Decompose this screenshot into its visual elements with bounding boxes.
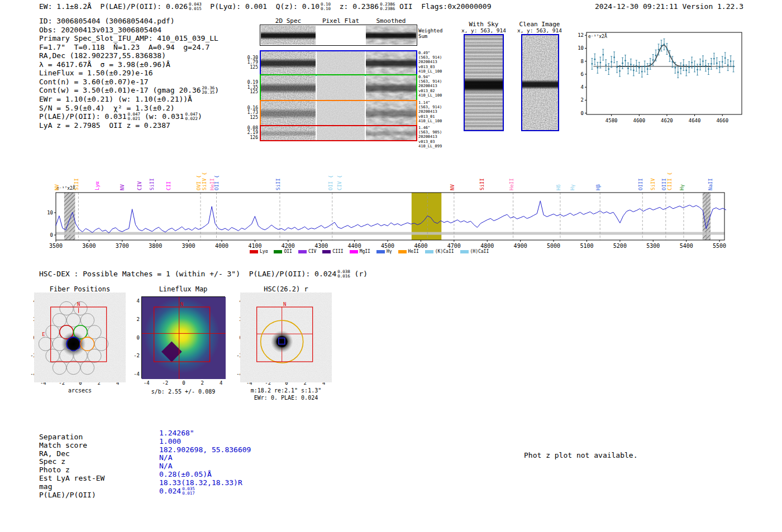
data-point — [677, 71, 679, 73]
info-line: P(LAE)/P(OII): 0.0310.0470.021 (w: 0.031… — [39, 112, 219, 121]
y-tick-label: 8 — [581, 59, 584, 64]
info-line: S/N = 5.9(±0.4) χ² = 1.3(±0.2) — [39, 104, 219, 113]
match-field-label: Est LyA rest-EW — [39, 474, 104, 482]
x-tick-label: 5100 — [580, 243, 593, 249]
data-point — [613, 56, 615, 58]
info-line: EWr = 1.10(±0.21) (w: 1.10(±0.21))Å — [39, 95, 219, 104]
match-field-value: 1.24268" — [159, 429, 194, 437]
x-tick-label: 4660 — [716, 118, 728, 123]
x-tick-label: 4700 — [447, 243, 461, 249]
match-field-label: P(LAE)/P(OII) — [39, 491, 96, 499]
noise-texture — [317, 126, 365, 140]
hsc-cutout-canvas: N — [245, 297, 328, 379]
x-tick-label: 4200 — [282, 243, 295, 249]
y-tick-label: 4 — [128, 298, 140, 304]
x-tick-label: 2 — [299, 380, 311, 386]
x-tick-label: 5400 — [680, 243, 693, 249]
stack-bottom: 0.017 — [182, 491, 195, 496]
meta-line: 20200413 — [418, 60, 442, 64]
signal-streak — [366, 126, 416, 140]
data-point — [611, 61, 612, 63]
hsc-cutout-title: HSC(26.2) r — [244, 285, 328, 293]
text-segment: LyA z = 2.7985 OII z = 0.2387 — [39, 121, 170, 130]
fiber-row-weights: 0.161.73125 — [235, 106, 258, 121]
x-tick-label: 4640 — [689, 118, 701, 123]
meta-line: (563, 914) — [418, 79, 442, 84]
stacked-fraction: 0.100.10 — [321, 2, 331, 11]
data-point — [602, 54, 604, 56]
meta-line: (563, 914) — [418, 55, 442, 60]
info-line: Obs: 20200413v013_3006805404 — [39, 26, 219, 35]
text-segment: RA,Dec (182.902237,55.836838) — [39, 51, 166, 60]
spec2d-col-title: Smoothed — [366, 17, 416, 25]
emission-line-label: SiII — [74, 178, 79, 190]
x-tick-label: -2 — [56, 380, 68, 386]
emission-line-label: NV — [54, 184, 60, 190]
data-point — [713, 58, 715, 60]
photz-note: Phot z plot not available. — [524, 451, 638, 460]
fiber-circle — [94, 337, 108, 351]
emission-line-label: CIII { — [667, 172, 673, 190]
text-segment: OII Flags:0x20000009 — [395, 2, 491, 11]
fiber-row-meta: 1.46"(563, 905)20200413v013_03410_LL_099 — [418, 126, 442, 148]
text-segment: ) — [214, 86, 219, 95]
emission-line-label: OII { — [328, 175, 333, 190]
fiber-circle — [60, 301, 73, 315]
data-point — [630, 64, 632, 65]
source-core — [68, 338, 80, 350]
stacked-fraction: 20.3620.35 — [202, 86, 215, 95]
data-point — [671, 61, 673, 63]
data-point — [636, 65, 637, 66]
meta-line: v013_03 — [418, 140, 442, 144]
compass-north-label: N — [77, 301, 80, 307]
data-point — [711, 63, 712, 65]
data-point — [608, 68, 609, 70]
data-point — [722, 61, 723, 63]
data-point — [661, 45, 662, 46]
x-tick-label: 4800 — [480, 243, 494, 249]
compass-east-label: E — [42, 332, 45, 337]
x-tick-label: 2 — [93, 380, 104, 386]
data-point — [697, 69, 698, 70]
signal-streak — [261, 51, 316, 74]
spec2d-cell — [261, 26, 316, 45]
x-tick-label: 4000 — [215, 243, 228, 249]
x-tick-label: 5000 — [547, 243, 560, 249]
data-point — [658, 49, 660, 50]
header-timestamp: 2024-12-30 09:21:11 Version 1.22.3 — [595, 2, 743, 11]
emission-line-label: NV — [450, 184, 455, 190]
x-tick-label: 0 — [75, 380, 86, 386]
text-segment: N/A — [159, 453, 172, 462]
emission-line-label: NV — [120, 184, 125, 190]
data-point — [594, 59, 595, 60]
match-field-value: N/A — [159, 453, 172, 462]
y-tick-label: -2 — [231, 353, 242, 358]
data-point — [641, 71, 643, 73]
data-point — [627, 68, 629, 69]
fiber-circle — [80, 313, 94, 327]
meta-line: 20200413 — [418, 109, 442, 114]
info-line: ID: 3006805404 (3006805404.pdf) — [39, 17, 219, 26]
meta-line: 1.14" — [418, 100, 442, 105]
match-field-value: N/A — [159, 462, 172, 470]
data-point — [624, 60, 626, 61]
x-tick-label: 4900 — [514, 243, 527, 249]
stacked-fraction: 0.23860.2386 — [380, 2, 395, 11]
y-tick-label: 0 — [128, 335, 140, 341]
x-tick-label: 4400 — [348, 243, 361, 249]
x-tick-label: -4 — [141, 380, 152, 386]
x-tick-label: 4 — [318, 380, 330, 386]
data-point — [719, 66, 721, 68]
noise-texture — [317, 75, 365, 100]
data-point — [688, 66, 690, 68]
text-segment: 0.28(±0.05)Å — [159, 470, 212, 478]
y-tick-label: -2 — [128, 353, 140, 358]
x-tick-label: 4 — [216, 380, 227, 386]
fiber-row-meta: 0.94"(563, 914)20200413v013_02410_LL_100 — [418, 75, 442, 98]
elixer-detection-report: EW: 1.1±8.2Å P(LAE)/P(OII): 0.0260.0430.… — [0, 0, 782, 532]
meta-line: 0.94" — [418, 75, 442, 79]
stack-bottom: 0.015 — [189, 7, 202, 11]
text-segment: 1.24268" — [159, 429, 194, 437]
spec2d-cell — [261, 126, 316, 140]
data-point — [699, 64, 701, 65]
